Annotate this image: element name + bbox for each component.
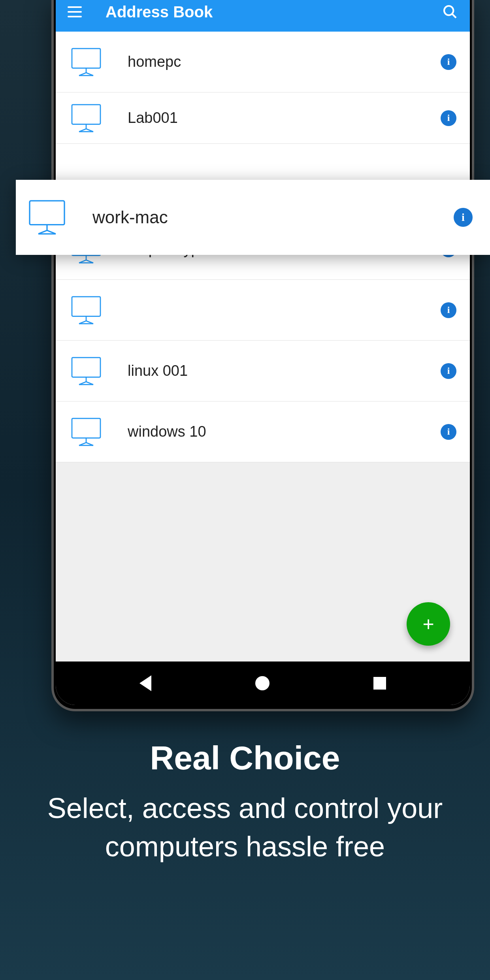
computer-icon <box>25 196 69 239</box>
phone-frame: Address Book homepc i <box>51 0 474 711</box>
list-item[interactable]: linux 001 i <box>56 341 470 401</box>
list-item[interactable]: i <box>56 280 470 341</box>
screen: Address Book homepc i <box>56 0 470 705</box>
plus-icon: + <box>422 614 434 634</box>
promo-text: Real Choice Select, access and control y… <box>0 739 490 866</box>
info-icon[interactable]: i <box>441 424 456 440</box>
info-icon[interactable]: i <box>441 54 456 70</box>
nav-back-icon[interactable] <box>139 675 151 691</box>
item-label: homepc <box>128 53 441 70</box>
computer-icon <box>68 353 104 389</box>
item-label: Lab001 <box>128 109 441 126</box>
svg-rect-2 <box>72 48 100 68</box>
search-icon[interactable] <box>442 4 458 20</box>
promo-title: Real Choice <box>20 739 470 777</box>
info-icon[interactable]: i <box>441 110 456 126</box>
svg-rect-22 <box>72 357 100 377</box>
computer-icon <box>68 44 104 80</box>
svg-rect-27 <box>72 418 100 438</box>
svg-rect-7 <box>72 104 100 124</box>
add-button[interactable]: + <box>407 602 450 646</box>
item-label: windows 10 <box>128 423 441 440</box>
computer-icon <box>68 100 104 136</box>
svg-rect-32 <box>30 201 64 225</box>
list-item[interactable]: work-mac i <box>16 180 490 255</box>
menu-icon[interactable] <box>68 6 82 17</box>
svg-rect-17 <box>72 296 100 316</box>
computer-icon <box>68 414 104 450</box>
item-label: work-mac <box>92 207 454 227</box>
list-item[interactable]: homepc i <box>56 32 470 92</box>
info-icon[interactable]: i <box>454 208 473 227</box>
appbar: Address Book <box>56 0 470 32</box>
svg-point-0 <box>444 6 453 15</box>
nav-recent-icon[interactable] <box>373 677 386 690</box>
item-label: linux 001 <box>128 362 441 379</box>
info-icon[interactable]: i <box>441 363 456 379</box>
nav-home-icon[interactable] <box>255 676 270 690</box>
highlighted-row: work-mac i <box>16 180 490 255</box>
list-item[interactable]: Lab001 i <box>56 92 470 144</box>
list-item[interactable]: windows 10 i <box>56 401 470 462</box>
android-navbar <box>56 662 470 705</box>
info-icon[interactable]: i <box>441 302 456 318</box>
svg-line-1 <box>452 14 456 18</box>
promo-subtitle: Select, access and control your computer… <box>20 789 470 866</box>
page-title: Address Book <box>106 3 442 21</box>
computer-icon <box>68 292 104 328</box>
